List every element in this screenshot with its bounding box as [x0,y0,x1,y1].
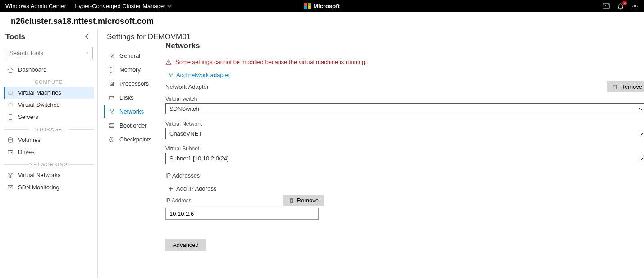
sidebar-item-volumes[interactable]: Volumes [4,134,94,146]
sidebar-item-sdn-monitoring[interactable]: SDN Monitoring [4,181,94,193]
sidebar-item-dashboard[interactable]: Dashboard [4,64,94,76]
search-tools-input[interactable] [5,47,93,59]
svg-point-27 [172,73,173,74]
cpu-icon [109,81,115,87]
virtual-switch-select[interactable]: SDNSwitch [165,103,644,114]
settings-item-memory[interactable]: Memory [107,63,156,77]
svg-rect-5 [9,114,12,119]
settings-item-boot-order[interactable]: Boot order [107,118,156,132]
content-area: Networks Some settings cannot be modifie… [156,30,644,278]
settings-item-label: Disks [119,94,134,101]
sidebar-item-virtual-switches[interactable]: Virtual Switches [4,99,94,111]
tools-panel: Tools Dashboard COMPUTE Virtual Machines… [0,30,98,278]
memory-icon [109,67,115,73]
sidebar-item-virtual-machines[interactable]: Virtual Machines [4,87,94,99]
settings-gear-icon[interactable] [631,3,639,10]
search-input-field[interactable] [9,49,86,57]
server-icon [7,114,14,120]
settings-item-label: Checkpoints [119,136,152,143]
network-icon [7,172,14,178]
add-ip-address-button[interactable]: Add IP Address [168,185,644,192]
sidebar-item-label: Servers [18,114,38,120]
svg-rect-23 [110,123,114,125]
disk-icon [109,95,115,101]
microsoft-logo: Microsoft [304,3,340,9]
volume-icon [7,137,14,143]
svg-rect-24 [110,126,114,127]
warning-message: Some settings cannot be modified because… [165,59,644,65]
top-bar: Windows Admin Center Hyper-Converged Clu… [0,0,644,12]
trash-icon [612,84,618,90]
svg-point-7 [9,137,13,139]
ip-address-input[interactable] [165,208,319,220]
group-networking: NETWORKING [4,162,94,167]
product-link[interactable]: Windows Admin Center [5,3,66,9]
sidebar-item-virtual-networks[interactable]: Virtual Networks [4,169,94,181]
collapse-tools-button[interactable] [84,33,92,41]
svg-rect-15 [110,68,114,72]
remove-ip-button[interactable]: Remove [283,195,324,206]
svg-point-20 [110,109,110,110]
microsoft-logo-icon [304,3,311,9]
svg-point-14 [111,55,113,57]
svg-point-28 [170,76,171,77]
sidebar-item-servers[interactable]: Servers [4,111,94,123]
settings-item-checkpoints[interactable]: Checkpoints [107,132,156,146]
svg-rect-3 [8,91,13,94]
monitor-icon [7,184,14,191]
svg-point-22 [111,113,112,114]
svg-point-19 [113,97,114,98]
virtual-subnet-value: Subnet1 [10.10.2.0/24] [169,155,229,162]
ip-address-label: IP Address [165,197,192,204]
tools-title: Tools [5,32,25,41]
virtual-switch-value: SDNSwitch [169,105,199,112]
virtual-subnet-select[interactable]: Subnet1 [10.10.2.0/24] [165,153,644,164]
add-adapter-label: Add network adapter [176,72,230,78]
svg-point-12 [10,176,11,178]
vm-icon [7,90,14,96]
chevron-down-icon [639,132,644,136]
network-adapter-label: Network Adapter [165,83,209,90]
gear-icon [109,53,115,59]
feedback-icon[interactable] [603,3,610,10]
svg-rect-8 [8,150,13,154]
sidebar-item-label: Virtual Networks [18,172,60,178]
chevron-down-icon [639,107,644,111]
cluster-name: n26cluster.sa18.nttest.microsoft.com [0,12,644,30]
svg-point-26 [169,73,170,74]
switch-icon [7,102,14,108]
plus-icon [168,186,174,191]
virtual-network-select[interactable]: ChaseVNET [165,128,644,139]
svg-rect-16 [110,82,114,85]
networks-icon [109,109,115,115]
ip-addresses-label: IP Addresses [165,172,644,179]
settings-item-disks[interactable]: Disks [107,91,156,105]
sidebar-item-drives[interactable]: Drives [4,146,94,158]
module-dropdown[interactable]: Hyper-Converged Cluster Manager [74,3,172,9]
notifications-icon[interactable]: 2 [617,3,624,10]
checkpoint-icon [109,137,115,143]
settings-item-networks[interactable]: Networks [104,105,156,118]
settings-item-processors[interactable]: Processors [107,77,156,91]
sidebar-item-label: Volumes [18,137,41,143]
settings-item-label: Networks [119,108,144,115]
sidebar-item-label: Virtual Machines [18,89,61,96]
advanced-button[interactable]: Advanced [165,239,206,251]
sidebar-item-label: SDN Monitoring [18,184,59,191]
home-icon [7,67,14,73]
settings-title: Settings for DEMOVM01 [107,30,156,49]
settings-nav: Settings for DEMOVM01 General Memory Pro… [98,30,156,278]
chevron-down-icon [639,156,644,161]
svg-rect-17 [111,83,113,85]
add-network-adapter-button[interactable]: Add network adapter [168,72,644,78]
trash-icon [289,198,294,203]
group-storage: STORAGE [4,127,94,132]
settings-item-general[interactable]: General [107,49,156,63]
warning-triangle-icon [165,59,172,65]
group-compute: COMPUTE [4,79,94,85]
settings-item-label: Processors [119,80,149,87]
virtual-switch-label: Virtual switch [165,96,644,102]
settings-item-label: Memory [119,66,141,73]
svg-point-6 [10,115,11,116]
remove-adapter-button[interactable]: Remove [607,81,644,92]
